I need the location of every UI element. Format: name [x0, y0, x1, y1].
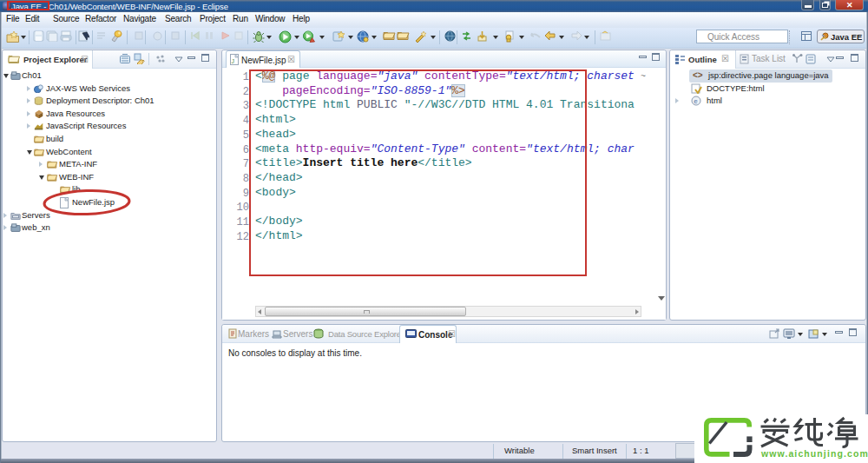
svg-text:J: J: [232, 58, 235, 64]
svg-text:e: e: [694, 97, 698, 105]
svg-text:www.aichunjing.com: www.aichunjing.com: [760, 448, 868, 459]
